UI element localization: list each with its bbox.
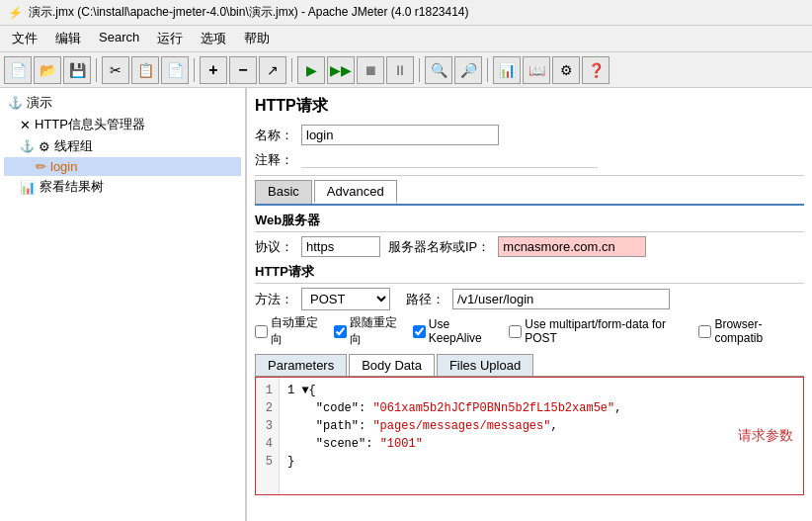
toolbar-sep-2: [194, 58, 195, 82]
code-line-2: "code": "061xam5b2hJCfP0BNn5b2fL15b2xam5…: [287, 399, 795, 417]
login-icon: ✏: [36, 159, 46, 174]
checkbox-auto-redirect[interactable]: 自动重定向: [255, 314, 326, 348]
tab-basic[interactable]: Basic: [255, 180, 312, 204]
checkbox-row: 自动重定向 跟随重定向 Use KeepAlive Use multipart/…: [255, 314, 804, 348]
toolbar-open[interactable]: 📂: [34, 56, 61, 84]
toolbar-about[interactable]: ❓: [582, 56, 609, 84]
toolbar-stop[interactable]: ⏹: [357, 56, 384, 84]
divider-1: [255, 175, 804, 176]
http-req-title: HTTP请求: [255, 263, 804, 284]
browser-checkbox[interactable]: [698, 325, 711, 338]
toolbar-search[interactable]: 🔍: [425, 56, 452, 84]
toolbar: 📄 📂 💾 ✂ 📋 📄 + − ↗ ▶ ▶▶ ⏹ ⏸ 🔍 🔎 📊 📖 ⚙ ❓: [0, 52, 812, 88]
sub-tab-body-data[interactable]: Body Data: [349, 354, 435, 376]
path-input[interactable]: [452, 289, 670, 309]
toolbar-sep-1: [96, 58, 97, 82]
title-bar: ⚡ 演示.jmx (C:\install\apache-jmeter-4.0\b…: [0, 0, 812, 26]
tree-item-result-tree[interactable]: 📊 察看结果树: [4, 176, 241, 198]
follow-redirect-checkbox[interactable]: [334, 325, 347, 338]
tree-item-thread-group-label: 线程组: [54, 137, 93, 155]
http-header-icon: ✕: [20, 118, 31, 132]
tree-item-demo-label: 演示: [27, 94, 52, 112]
toolbar-help[interactable]: 📖: [523, 56, 550, 84]
toolbar-add[interactable]: +: [200, 56, 227, 84]
auto-redirect-label: 自动重定向: [271, 314, 326, 348]
main-layout: ⚓ 演示 ✕ HTTP信息头管理器 ⚓ ⚙ 线程组 ✏ login 📊 察看结果…: [0, 88, 812, 521]
note-row: 注释：: [255, 151, 804, 169]
menu-bar: 文件 编辑 Search 运行 选项 帮助: [0, 26, 812, 52]
note-label: 注释：: [255, 151, 293, 169]
protocol-input[interactable]: [301, 236, 380, 257]
toolbar-start-no-pause[interactable]: ▶▶: [327, 56, 355, 84]
menu-edit[interactable]: 编辑: [47, 28, 89, 49]
path-label: 路径：: [406, 291, 445, 308]
multipart-checkbox[interactable]: [509, 325, 522, 338]
toolbar-sep-4: [419, 58, 420, 82]
menu-help[interactable]: 帮助: [236, 28, 278, 49]
code-line-1: 1 ▼{: [287, 382, 795, 399]
tab-advanced[interactable]: Advanced: [314, 180, 397, 204]
server-input[interactable]: [498, 236, 646, 257]
note-input[interactable]: [301, 152, 598, 168]
follow-redirect-label: 跟随重定向: [350, 314, 405, 348]
code-content[interactable]: 1 ▼{ "code": "061xam5b2hJCfP0BNn5b2fL15b…: [280, 378, 803, 494]
title-text: 演示.jmx (C:\install\apache-jmeter-4.0\bin…: [29, 4, 469, 21]
tree-panel: ⚓ 演示 ✕ HTTP信息头管理器 ⚓ ⚙ 线程组 ✏ login 📊 察看结果…: [0, 88, 247, 521]
code-area: 1 2 3 4 5 1 ▼{ "code": "061xam5b2hJCfP0B…: [255, 377, 804, 495]
toolbar-shutdown[interactable]: ⏸: [386, 56, 414, 84]
app-icon: ⚡: [8, 6, 23, 20]
code-line-5: }: [287, 453, 795, 471]
req-params-label: 请求参数: [738, 427, 793, 445]
toolbar-paste[interactable]: 📄: [161, 56, 189, 84]
http-req-row: 方法： POST GET PUT DELETE 路径：: [255, 288, 804, 310]
tree-item-login-label: login: [50, 159, 77, 174]
toolbar-templates[interactable]: 📊: [493, 56, 521, 84]
line-numbers: 1 2 3 4 5: [256, 378, 280, 494]
menu-search[interactable]: Search: [91, 28, 147, 49]
result-tree-icon: 📊: [20, 180, 36, 195]
checkbox-browser[interactable]: Browser-compatib: [698, 317, 804, 345]
toolbar-settings[interactable]: ⚙: [552, 56, 580, 84]
toolbar-save[interactable]: 💾: [63, 56, 91, 84]
code-line-3: "path": "pages/messages/messages",: [287, 417, 795, 435]
menu-run[interactable]: 运行: [149, 28, 191, 49]
tree-item-login[interactable]: ✏ login: [4, 157, 241, 176]
server-label: 服务器名称或IP：: [388, 238, 490, 256]
line-num-1: 1: [262, 382, 273, 399]
toolbar-copy[interactable]: 📋: [131, 56, 159, 84]
toolbar-cut[interactable]: ✂: [102, 56, 129, 84]
anchor-icon-demo: ⚓: [8, 96, 23, 110]
sub-tab-files-upload[interactable]: Files Upload: [437, 354, 533, 376]
code-line-4: "scene": "1001": [287, 435, 795, 453]
web-server-title: Web服务器: [255, 212, 804, 232]
keepalive-label: Use KeepAlive: [429, 317, 502, 345]
panel-title: HTTP请求: [255, 96, 804, 117]
toolbar-clear[interactable]: 🔎: [454, 56, 482, 84]
toolbar-start[interactable]: ▶: [297, 56, 325, 84]
tree-item-http-header[interactable]: ✕ HTTP信息头管理器: [4, 114, 241, 135]
name-label: 名称：: [255, 127, 293, 144]
line-num-4: 4: [262, 435, 273, 453]
sub-tab-bar: Parameters Body Data Files Upload: [255, 354, 804, 377]
auto-redirect-checkbox[interactable]: [255, 325, 268, 338]
tab-bar: Basic Advanced: [255, 180, 804, 206]
checkbox-follow-redirect[interactable]: 跟随重定向: [334, 314, 405, 348]
menu-file[interactable]: 文件: [4, 28, 45, 49]
checkbox-multipart[interactable]: Use multipart/form-data for POST: [509, 317, 690, 345]
sub-tab-parameters[interactable]: Parameters: [255, 354, 347, 376]
toolbar-remove[interactable]: −: [229, 56, 257, 84]
method-select[interactable]: POST GET PUT DELETE: [301, 288, 390, 310]
anchor-icon-thread: ⚓: [20, 139, 35, 153]
toolbar-move-up[interactable]: ↗: [259, 56, 286, 84]
tree-item-demo[interactable]: ⚓ 演示: [4, 92, 241, 114]
line-num-3: 3: [262, 417, 273, 435]
keepalive-checkbox[interactable]: [413, 325, 426, 338]
checkbox-keepalive[interactable]: Use KeepAlive: [413, 317, 502, 345]
tree-item-thread-group[interactable]: ⚓ ⚙ 线程组: [4, 135, 241, 157]
menu-options[interactable]: 选项: [193, 28, 234, 49]
line-num-2: 2: [262, 399, 273, 417]
browser-label: Browser-compatib: [714, 317, 804, 345]
name-input[interactable]: [301, 125, 499, 145]
toolbar-new[interactable]: 📄: [4, 56, 32, 84]
name-row: 名称：: [255, 125, 804, 145]
